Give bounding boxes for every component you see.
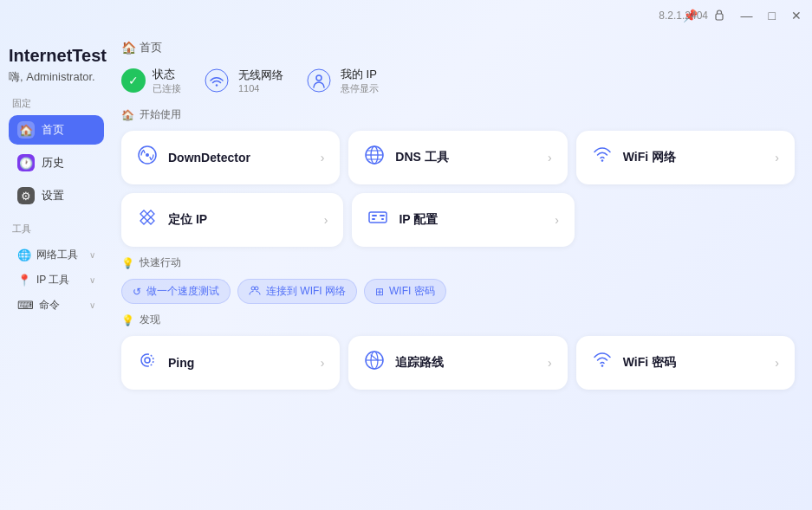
wifi-network-icon	[592, 145, 613, 171]
tool-card-ping[interactable]: Ping ›	[121, 336, 340, 390]
sidebar-item-settings[interactable]: ⚙ 设置	[9, 181, 104, 210]
wifi-network-arrow: ›	[775, 151, 779, 165]
main-tools-grid: DownDetector › DNS 工	[121, 131, 795, 184]
discover-cards-grid: Ping › 追踪路线 ›	[121, 336, 795, 390]
discover-label: 💡 发现	[121, 313, 795, 327]
ping-card-left: Ping	[137, 350, 194, 376]
wifi-password-chip-icon: ⊞	[375, 286, 384, 298]
discover-text: 发现	[140, 313, 160, 327]
svg-rect-0	[716, 14, 723, 20]
svg-point-2	[216, 84, 218, 86]
svg-point-20	[145, 358, 150, 363]
wifi-network-card-left: WiFi 网络	[592, 145, 676, 171]
sidebar-item-home[interactable]: 🏠 首页	[9, 115, 104, 145]
history-icon: 🕐	[17, 154, 35, 171]
wifi-label: 无线网络	[238, 68, 283, 83]
traceroute-icon	[364, 350, 385, 376]
myip-label: 我的 IP	[341, 67, 379, 82]
sidebar-item-ip-tools[interactable]: 📍 IP 工具 ∨	[9, 268, 104, 293]
downdetector-arrow: ›	[321, 151, 325, 165]
network-tools-icon: 🌐	[17, 249, 31, 261]
ip-tools-arrow: ∨	[89, 275, 95, 285]
svg-point-18	[251, 287, 255, 290]
speed-test-chip-label: 做一个速度测试	[146, 284, 219, 299]
command-icon: ⌨	[17, 299, 34, 312]
ip-config-arrow: ›	[555, 213, 559, 227]
status-wifi-item: 无线网络 1104	[202, 66, 283, 95]
wifi-text: 无线网络 1104	[238, 68, 283, 94]
status-myip-item: 我的 IP 悬停显示	[304, 66, 379, 95]
wifi-sub: 1104	[238, 83, 283, 94]
ping-arrow: ›	[321, 356, 325, 370]
connected-text: 状态 已连接	[153, 67, 181, 95]
lock-icon[interactable]	[713, 9, 725, 23]
wifi-password-chip[interactable]: ⊞ WIFI 密码	[364, 279, 446, 304]
wifi-password-card-left: WiFi 密码	[592, 350, 676, 376]
network-tools-label: 网络工具	[36, 248, 78, 262]
connect-wifi-chip[interactable]: 连接到 WIFI 网络	[237, 279, 357, 304]
close-button[interactable]: ✕	[791, 10, 802, 22]
get-started-text: 开始使用	[140, 107, 181, 122]
command-arrow: ∨	[89, 300, 95, 310]
discover-icon: 💡	[121, 314, 134, 326]
tool-card-dns[interactable]: DNS 工具 ›	[348, 131, 567, 184]
app-greeting: 嗨, Administrator.	[9, 69, 104, 85]
sidebar-settings-label: 设置	[42, 188, 64, 203]
speed-test-chip-icon: ↺	[133, 286, 141, 298]
sidebar-item-command[interactable]: ⌨ 命令 ∨	[9, 293, 104, 318]
quick-actions-text: 快速行动	[140, 255, 181, 270]
speed-test-chip[interactable]: ↺ 做一个速度测试	[121, 279, 231, 304]
ping-label: Ping	[168, 356, 194, 370]
wifi-network-label: WiFi 网络	[623, 150, 676, 165]
tool-card-wifi-password[interactable]: WiFi 密码 ›	[576, 336, 795, 390]
main-content: 🏠 首页 ✓ 状态 已连接	[113, 31, 812, 510]
tool-card-ip-config[interactable]: IP 配置 ›	[352, 193, 574, 247]
downdetector-icon	[137, 145, 158, 171]
connected-label: 状态	[153, 67, 181, 82]
myip-sub: 悬停显示	[341, 82, 379, 95]
ip-config-label: IP 配置	[399, 212, 438, 228]
network-tools-arrow: ∨	[89, 250, 95, 260]
status-connected-item: ✓ 状态 已连接	[121, 67, 181, 95]
tool-card-locate-ip[interactable]: 定位 IP ›	[121, 193, 343, 247]
sidebar-item-history[interactable]: 🕐 历史	[9, 148, 104, 178]
svg-point-6	[146, 153, 149, 157]
app-title: InternetTest	[9, 45, 104, 66]
secondary-tools-grid: 定位 IP › IP 配置	[121, 193, 575, 247]
fixed-section-label: 固定	[9, 97, 104, 110]
sidebar-nav: 🏠 首页 🕐 历史 ⚙ 设置	[9, 115, 104, 210]
quick-actions-label: 💡 快速行动	[121, 255, 795, 270]
sidebar: InternetTest 嗨, Administrator. 固定 🏠 首页 🕐…	[0, 31, 113, 510]
svg-point-12	[601, 159, 603, 162]
minimize-button[interactable]: —	[741, 10, 753, 22]
get-started-label: 🏠 开始使用	[121, 107, 795, 122]
tool-card-traceroute[interactable]: 追踪路线 ›	[348, 336, 567, 390]
quick-actions-bar: ↺ 做一个速度测试 连接到 WIFI 网络 ⊞ WIFI 密码	[121, 279, 795, 304]
traceroute-label: 追踪路线	[395, 355, 444, 371]
dns-card-left: DNS 工具	[364, 145, 448, 171]
traceroute-card-left: 追踪路线	[364, 350, 444, 376]
version-label: 8.2.1.2404	[659, 10, 708, 22]
wifi-password-label: WiFi 密码	[623, 355, 676, 371]
svg-point-19	[255, 287, 258, 290]
connected-sub: 已连接	[153, 82, 181, 95]
sidebar-home-label: 首页	[42, 122, 64, 138]
sidebar-item-network-tools[interactable]: 🌐 网络工具 ∨	[9, 242, 104, 268]
locate-ip-label: 定位 IP	[168, 212, 207, 228]
breadcrumb-icon: 🏠	[121, 41, 136, 55]
downdetector-label: DownDetector	[168, 151, 250, 165]
svg-rect-17	[381, 218, 384, 220]
maximize-button[interactable]: □	[769, 10, 776, 22]
locate-ip-icon	[137, 207, 158, 233]
tool-card-downdetector[interactable]: DownDetector ›	[121, 131, 340, 184]
locate-ip-arrow: ›	[324, 213, 328, 227]
sidebar-history-label: 历史	[42, 155, 64, 171]
ip-tools-label: IP 工具	[36, 273, 69, 287]
titlebar: 8.2.1.2404 📌 — □ ✕	[0, 0, 812, 31]
tool-card-wifi-network[interactable]: WiFi 网络 ›	[576, 131, 795, 184]
command-label: 命令	[39, 298, 60, 313]
connect-wifi-chip-label: 连接到 WIFI 网络	[266, 284, 346, 299]
ip-config-card-left: IP 配置	[367, 207, 438, 233]
ip-tools-icon: 📍	[17, 274, 31, 287]
breadcrumb-label: 首页	[140, 40, 162, 55]
